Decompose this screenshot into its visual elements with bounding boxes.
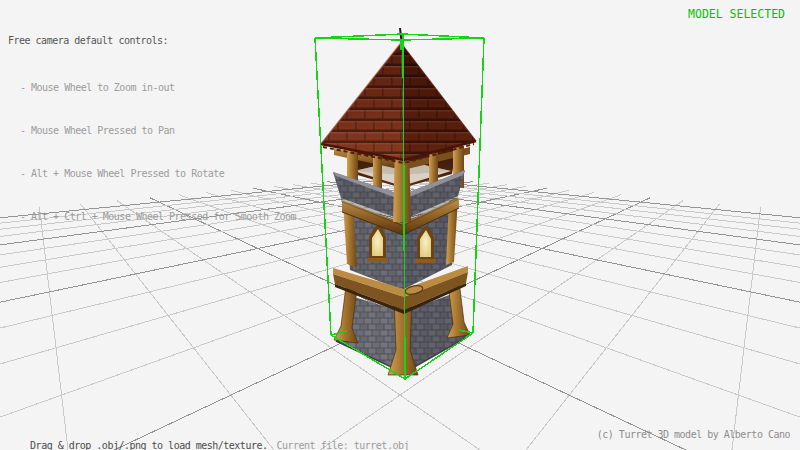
drop-hint-text: Drag & drop .obj/.png to load mesh/textu… (30, 440, 267, 450)
credit-text: (c) Turret 3D model by Alberto Cano (597, 429, 790, 440)
help-item: - Mouse Wheel Pressed to Pan (8, 120, 296, 141)
help-item: - Alt + Mouse Wheel Pressed to Rotate (8, 163, 296, 184)
help-item: - Mouse Wheel to Zoom in-out (8, 77, 296, 98)
roof (321, 28, 476, 163)
camera-help-panel: Free camera default controls: - Mouse Wh… (8, 13, 296, 249)
viewport-3d[interactable]: Free camera default controls: - Mouse Wh… (0, 0, 800, 450)
status-badge: MODEL SELECTED (688, 7, 785, 21)
footer-hint: Drag & drop .obj/.png to load mesh/textu… (8, 429, 409, 450)
help-title: Free camera default controls: (8, 35, 296, 46)
turret-model[interactable] (321, 28, 476, 375)
help-item: - Alt + Ctrl + Mouse Wheel Pressed for S… (8, 206, 296, 227)
current-file-label: Current file: turret.obj (276, 440, 409, 450)
